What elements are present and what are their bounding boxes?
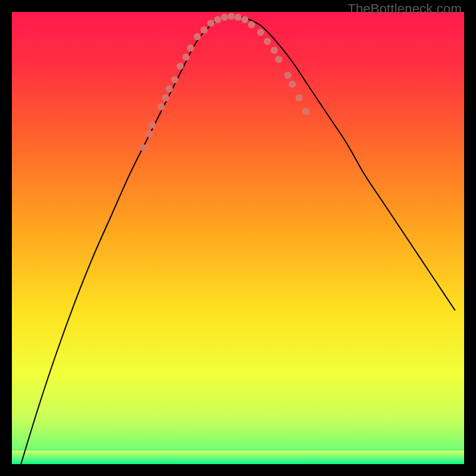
data-marker [214, 16, 221, 23]
data-marker [139, 144, 146, 151]
data-marker [302, 108, 309, 115]
data-marker [284, 71, 292, 79]
data-marker [275, 56, 282, 63]
data-marker [149, 121, 156, 129]
green-band [12, 450, 464, 464]
data-marker [271, 47, 278, 54]
data-marker [165, 85, 173, 92]
data-marker [201, 26, 208, 33]
data-marker [194, 33, 201, 40]
data-marker [207, 20, 214, 27]
data-marker [187, 45, 194, 52]
data-marker [264, 37, 271, 45]
chart-frame [12, 12, 464, 464]
data-marker [177, 62, 184, 70]
data-marker [158, 104, 165, 111]
data-marker [241, 16, 248, 23]
data-marker [221, 14, 228, 21]
data-marker [183, 54, 190, 61]
data-marker [228, 13, 235, 20]
data-marker [171, 76, 178, 83]
chart-svg [12, 12, 464, 464]
data-marker [234, 14, 242, 21]
data-marker [248, 21, 255, 28]
data-marker [146, 130, 154, 137]
data-marker [296, 94, 303, 101]
watermark-text: TheBottleneck.com [347, 1, 462, 17]
data-marker [289, 81, 296, 88]
chart-background [12, 12, 464, 464]
data-marker [162, 94, 169, 101]
data-marker [257, 29, 264, 36]
